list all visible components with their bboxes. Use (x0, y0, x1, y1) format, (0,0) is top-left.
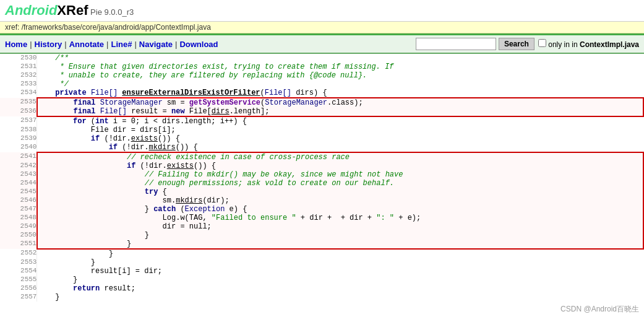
line-number: 2530 (0, 54, 37, 63)
line-content: } (37, 249, 643, 258)
code-line-2541: 2541 // recheck existence in case of cro… (0, 152, 643, 162)
line-content: Log.w(TAG, "Failed to ensure " + dir + +… (37, 214, 643, 222)
line-number: 2545 (0, 188, 37, 196)
code-line-2535: 2535 final StorageManager sm = getSystem… (0, 98, 643, 107)
line-number: 2548 (0, 214, 37, 222)
line-number: 2539 (0, 134, 37, 143)
navbar: Home | History | Annotate | Line# | Navi… (0, 35, 644, 54)
line-number: 2547 (0, 205, 37, 214)
line-number: 2531 (0, 63, 37, 71)
code-line-2538: 2538 File dir = dirs[i]; (0, 126, 643, 134)
code-line-2537: 2537 for (int i = 0; i < dirs.length; i+… (0, 116, 643, 126)
line-content: } (37, 240, 643, 249)
line-number: 2554 (0, 267, 37, 276)
code-line-2536: 2536 final File[] result = new File[dirs… (0, 107, 643, 116)
code-line-2547: 2547 } catch (Exception e) { (0, 205, 643, 214)
line-content: for (int i = 0; i < dirs.length; i++) { (37, 116, 643, 126)
logo: Android XRef Pie 9.0.0_r3 (5, 2, 639, 19)
line-content: // enough permissions; ask vold to creat… (37, 179, 643, 188)
line-number: 2540 (0, 143, 37, 152)
nav-lineno[interactable]: Line# (111, 40, 132, 49)
line-number: 2538 (0, 126, 37, 134)
line-content: } (37, 231, 643, 240)
nav-download[interactable]: Download (179, 40, 218, 49)
line-content: if (!dir.exists()) { (37, 162, 643, 170)
line-number: 2551 (0, 240, 37, 249)
line-number: 2536 (0, 107, 37, 116)
logo-android: Android (5, 2, 57, 19)
line-number: 2544 (0, 179, 37, 188)
code-line-2534: 2534 private File[] ensureExternalDirsEx… (0, 89, 643, 98)
code-area: 2530 /** 2531 * Ensure that given direct… (0, 54, 644, 302)
line-number: 2552 (0, 249, 37, 258)
line-number: 2532 (0, 71, 37, 80)
line-content: private File[] ensureExternalDirsExistOr… (37, 89, 643, 98)
code-line-2554: 2554 result[i] = dir; (0, 267, 643, 276)
code-line-2546: 2546 sm.mkdirs(dir); (0, 196, 643, 205)
line-content: } (37, 293, 643, 302)
code-line-2532: 2532 * unable to create, they are filter… (0, 71, 643, 80)
line-content: try { (37, 188, 643, 196)
line-number: 2543 (0, 170, 37, 179)
line-content: * Ensure that given directories exist, t… (37, 63, 643, 71)
breadcrumb: xref: /frameworks/base/core/java/android… (0, 22, 644, 33)
line-content: * unable to create, they are filtered by… (37, 71, 643, 80)
line-number: 2541 (0, 152, 37, 162)
only-checkbox[interactable] (538, 39, 546, 47)
search-button[interactable]: Search (499, 38, 535, 50)
line-content: } (37, 276, 643, 284)
code-line-2545: 2545 try { (0, 188, 643, 196)
line-number: 2542 (0, 162, 37, 170)
nav-navigate[interactable]: Navigate (139, 40, 173, 49)
line-number: 2535 (0, 98, 37, 107)
code-table: 2530 /** 2531 * Ensure that given direct… (0, 54, 644, 302)
nav-history[interactable]: History (35, 40, 62, 49)
code-line-2556: 2556 return result; (0, 284, 643, 293)
line-content: dir = null; (37, 222, 643, 231)
line-number: 2550 (0, 231, 37, 240)
watermark: CSDN @Android百晓生 (0, 302, 644, 317)
only-checkbox-label: only in in ContextImpl.java (538, 39, 639, 49)
line-number: 2549 (0, 222, 37, 231)
line-content: if (!dir.exists()) { (37, 134, 643, 143)
nav-annotate[interactable]: Annotate (69, 40, 104, 49)
line-number: 2556 (0, 284, 37, 293)
code-line-2531: 2531 * Ensure that given directories exi… (0, 63, 643, 71)
line-number: 2546 (0, 196, 37, 205)
line-content: result[i] = dir; (37, 267, 643, 276)
logo-pie: Pie 9.0.0_r3 (88, 7, 134, 17)
code-line-2544: 2544 // enough permissions; ask vold to … (0, 179, 643, 188)
code-line-2539: 2539 if (!dir.exists()) { (0, 134, 643, 143)
line-content: } catch (Exception e) { (37, 205, 643, 214)
line-number: 2555 (0, 276, 37, 284)
nav-home[interactable]: Home (5, 40, 27, 49)
line-number: 2537 (0, 116, 37, 126)
line-content: final StorageManager sm = getSystemServi… (37, 98, 643, 107)
line-number: 2553 (0, 258, 37, 267)
line-content: if (!dir.mkdirs()) { (37, 143, 643, 152)
code-line-2548: 2548 Log.w(TAG, "Failed to ensure " + di… (0, 214, 643, 222)
header: Android XRef Pie 9.0.0_r3 (0, 0, 644, 22)
line-content: File dir = dirs[i]; (37, 126, 643, 134)
code-line-2549: 2549 dir = null; (0, 222, 643, 231)
line-content: } (37, 258, 643, 267)
line-number: 2534 (0, 89, 37, 98)
line-content: sm.mkdirs(dir); (37, 196, 643, 205)
line-content: // Failing to mkdir() may be okay, since… (37, 170, 643, 179)
code-line-2550: 2550 } (0, 231, 643, 240)
code-line-2540: 2540 if (!dir.mkdirs()) { (0, 143, 643, 152)
line-number: 2533 (0, 80, 37, 89)
logo-xref: XRef (57, 2, 88, 19)
line-content: return result; (37, 284, 643, 293)
code-line-2543: 2543 // Failing to mkdir() may be okay, … (0, 170, 643, 179)
line-content: // recheck existence in case of cross-pr… (37, 152, 643, 162)
line-content: /** (37, 54, 643, 63)
code-line-2542: 2542 if (!dir.exists()) { (0, 162, 643, 170)
line-number: 2557 (0, 293, 37, 302)
code-line-2530: 2530 /** (0, 54, 643, 63)
code-line-2533: 2533 */ (0, 80, 643, 89)
code-line-2557: 2557 } (0, 293, 643, 302)
line-content: final File[] result = new File[dirs.leng… (37, 107, 643, 116)
code-line-2552: 2552 } (0, 249, 643, 258)
search-input[interactable] (416, 38, 496, 50)
